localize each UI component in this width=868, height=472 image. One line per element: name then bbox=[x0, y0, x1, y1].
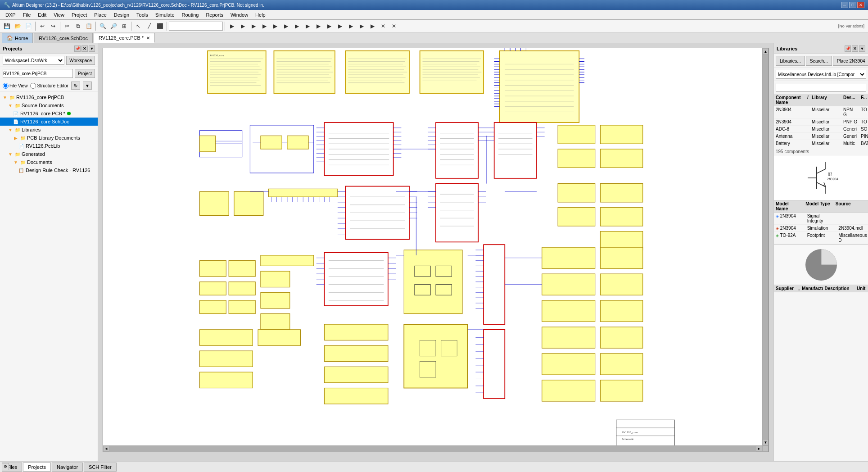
menu-view[interactable]: View bbox=[50, 11, 68, 18]
vertical-scrollbar[interactable]: ▲ ▼ bbox=[762, 48, 769, 445]
pie-chart-icon[interactable]: ⚙ bbox=[2, 463, 9, 470]
scroll-thumb-vertical[interactable] bbox=[763, 54, 769, 439]
tb-wire[interactable]: ╱ bbox=[144, 21, 154, 31]
tree-generated[interactable]: ▼ 📁 Generated bbox=[0, 150, 98, 158]
model-row-sim[interactable]: ◈ 2N3904 Simulation 2N3904.mdl bbox=[774, 225, 868, 232]
tb-zoom-out[interactable]: 🔎 bbox=[108, 21, 118, 31]
tb-more8[interactable]: ▶ bbox=[303, 21, 312, 31]
menu-dxp[interactable]: DXP bbox=[2, 11, 19, 18]
library-search-input[interactable] bbox=[776, 83, 866, 92]
tb-open[interactable]: 📂 bbox=[13, 21, 23, 31]
tb-more6[interactable]: ▶ bbox=[281, 21, 291, 31]
tb-fit[interactable]: ⊞ bbox=[119, 21, 129, 31]
scroll-up-button[interactable]: ▲ bbox=[763, 48, 769, 54]
search-button[interactable]: Search... bbox=[806, 56, 832, 66]
comp-row-2n3904-npn[interactable]: 2N3904 Miscellar NPN G TO bbox=[774, 106, 868, 118]
tb-select[interactable]: ↖ bbox=[133, 21, 143, 31]
workspace-select[interactable]: Workspace1.DsnWrk bbox=[3, 56, 64, 65]
file-view-radio[interactable] bbox=[3, 83, 9, 89]
file-view-radio-label[interactable]: File View bbox=[3, 83, 27, 89]
tb-more13[interactable]: ▶ bbox=[357, 21, 366, 31]
tb-more2[interactable]: ▶ bbox=[238, 21, 248, 31]
lib-menu-button[interactable]: ▼ bbox=[859, 45, 865, 52]
tree-pcblib-file[interactable]: 📄 RV1126.PcbLib bbox=[0, 142, 98, 150]
toolbar-search-input[interactable] bbox=[169, 22, 223, 31]
model-row-si[interactable]: ◈ 2N3904 Signal Integrity bbox=[774, 213, 868, 225]
tb-new[interactable]: 📄 bbox=[23, 21, 33, 31]
tb-more10[interactable]: ▶ bbox=[324, 21, 334, 31]
scroll-right-button[interactable]: ► bbox=[756, 446, 762, 452]
project-input[interactable] bbox=[3, 69, 73, 78]
tb-more9[interactable]: ▶ bbox=[313, 21, 323, 31]
tb-copy[interactable]: ⧉ bbox=[73, 21, 83, 31]
horizontal-scrollbar[interactable]: ◄ ► bbox=[103, 445, 762, 452]
tb-more16[interactable]: ✕ bbox=[389, 21, 399, 31]
tree-project[interactable]: ▼ 📁 RV1126_core.PrjPCB bbox=[0, 93, 98, 101]
comp-row-2n3904-pnp[interactable]: 2N3904 Miscellar PNP G TO bbox=[774, 118, 868, 126]
tree-sch-file[interactable]: 📄 RV1126_core.SchDoc bbox=[0, 118, 98, 126]
tb-comp[interactable]: ⬛ bbox=[155, 21, 165, 31]
tree-source-docs[interactable]: ▼ 📁 Source Documents bbox=[0, 101, 98, 109]
comp-row-antenna[interactable]: Antenna Miscellar Generi PIN bbox=[774, 133, 868, 140]
structure-view-radio[interactable] bbox=[30, 83, 36, 89]
scroll-down-button[interactable]: ▼ bbox=[763, 439, 769, 445]
tab-home[interactable]: 🏠 Home bbox=[2, 33, 33, 43]
lib-pin-button[interactable]: 📌 bbox=[845, 45, 851, 52]
tb-more14[interactable]: ▶ bbox=[367, 21, 377, 31]
menu-window[interactable]: Window bbox=[227, 11, 252, 18]
menu-simulate[interactable]: Simulate bbox=[152, 11, 178, 18]
tb-cut[interactable]: ✂ bbox=[62, 21, 72, 31]
tb-redo[interactable]: ↪ bbox=[48, 21, 58, 31]
project-button[interactable]: Project bbox=[75, 69, 95, 78]
menu-file[interactable]: File bbox=[19, 11, 35, 18]
tree-pcblib-docs[interactable]: ▶ 📁 PCB Library Documents bbox=[0, 134, 98, 142]
restore-button[interactable]: □ bbox=[849, 2, 856, 8]
comp-row-battery[interactable]: Battery Miscellar Multic BAT bbox=[774, 140, 868, 147]
tb-paste[interactable]: 📋 bbox=[84, 21, 94, 31]
tb-more5[interactable]: ▶ bbox=[270, 21, 280, 31]
minimize-button[interactable]: ─ bbox=[841, 2, 848, 8]
bottom-tab-projects[interactable]: Projects bbox=[23, 463, 51, 472]
tb-more12[interactable]: ▶ bbox=[346, 21, 356, 31]
close-button[interactable]: ✕ bbox=[857, 2, 864, 8]
tree-documents[interactable]: ▼ 📁 Documents bbox=[0, 158, 98, 166]
scroll-thumb-horizontal[interactable] bbox=[109, 446, 756, 452]
place-component-button[interactable]: Place 2N3904 bbox=[833, 56, 868, 66]
menu-tools[interactable]: Tools bbox=[133, 11, 152, 18]
menu-place[interactable]: Place bbox=[90, 11, 110, 18]
panel-pin-button[interactable]: 📌 bbox=[74, 45, 81, 52]
tb-zoom-in[interactable]: 🔍 bbox=[98, 21, 108, 31]
tree-drc[interactable]: 📋 Design Rule Check - RV1126 bbox=[0, 166, 98, 174]
workspace-button[interactable]: Workspace bbox=[66, 56, 95, 65]
lib-close-button[interactable]: ✕ bbox=[852, 45, 858, 52]
tb-more11[interactable]: ▶ bbox=[335, 21, 345, 31]
scroll-left-button[interactable]: ◄ bbox=[103, 446, 109, 452]
filter-icon[interactable]: ▼ bbox=[83, 82, 92, 90]
tab-close-icon[interactable]: ✕ bbox=[146, 36, 150, 41]
tree-pcb-file[interactable]: 📄 RV1126_core.PCB * bbox=[0, 109, 98, 118]
menu-edit[interactable]: Edit bbox=[34, 11, 50, 18]
model-row-fp[interactable]: ◈ TO-92A Footprint Miscellaneous D bbox=[774, 232, 868, 244]
tb-more1[interactable]: ▶ bbox=[227, 21, 237, 31]
tb-more7[interactable]: ▶ bbox=[292, 21, 302, 31]
library-dropdown[interactable]: Miscellaneous Devices.IntLib [Compor bbox=[776, 70, 866, 79]
bottom-tab-schfilter[interactable]: SCH Filter bbox=[84, 463, 117, 472]
tb-save[interactable]: 💾 bbox=[2, 21, 12, 31]
tab-schdoc[interactable]: RV1126_core.SchDoc bbox=[34, 33, 93, 43]
structure-view-radio-label[interactable]: Structure Editor bbox=[30, 83, 68, 89]
tb-more15[interactable]: ✕ bbox=[378, 21, 388, 31]
schematic-canvas[interactable]: RV1126_core bbox=[98, 43, 773, 461]
menu-design[interactable]: Design bbox=[110, 11, 133, 18]
tb-undo[interactable]: ↩ bbox=[37, 21, 47, 31]
tree-libraries[interactable]: ▼ 📁 Libraries bbox=[0, 126, 98, 134]
comp-row-adc8[interactable]: ADC-8 Miscellar Generi SO bbox=[774, 126, 868, 133]
tb-more4[interactable]: ▶ bbox=[259, 21, 269, 31]
libraries-button[interactable]: Libraries... bbox=[776, 56, 805, 66]
refresh-icon[interactable]: ↻ bbox=[71, 82, 80, 90]
menu-help[interactable]: Help bbox=[252, 11, 269, 18]
tab-pcb[interactable]: RV1126_core.PCB * ✕ bbox=[94, 33, 155, 43]
bottom-tab-navigator[interactable]: Navigator bbox=[52, 463, 83, 472]
panel-menu-button[interactable]: ▼ bbox=[89, 45, 95, 52]
tb-more3[interactable]: ▶ bbox=[249, 21, 258, 31]
panel-close-button[interactable]: ✕ bbox=[81, 45, 88, 52]
